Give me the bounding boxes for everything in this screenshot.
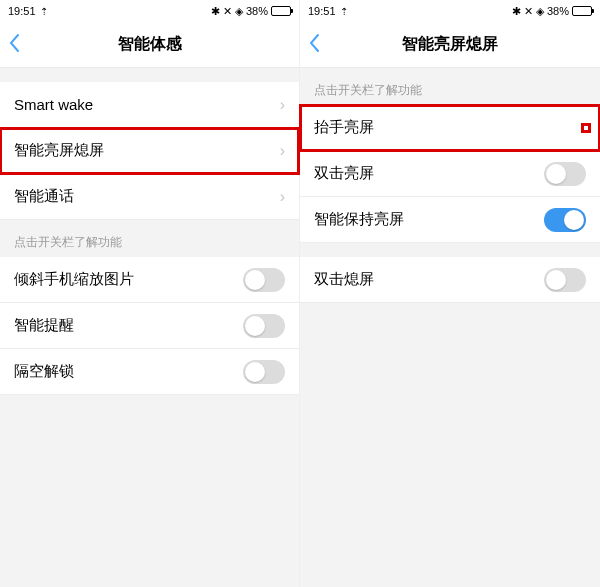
toggle-keep-screen-on[interactable]	[544, 208, 586, 232]
row-smart-screen[interactable]: 智能亮屏熄屏 ›	[0, 128, 299, 174]
battery-text: 38%	[246, 5, 268, 17]
status-bar: 19:51 ⇡ ✱ ✕ ◈ 38%	[0, 0, 299, 22]
upload-icon: ⇡	[40, 6, 48, 17]
row-label: Smart wake	[14, 96, 280, 113]
chevron-left-icon	[8, 33, 20, 53]
back-button[interactable]	[8, 33, 20, 56]
row-label: 智能提醒	[14, 316, 243, 335]
battery-icon	[572, 6, 592, 16]
chevron-right-icon: ›	[280, 142, 285, 160]
status-time: 19:51	[8, 5, 36, 17]
row-label: 智能通话	[14, 187, 280, 206]
wifi-icon: ◈	[536, 5, 544, 18]
chevron-left-icon	[308, 33, 320, 53]
row-smart-remind[interactable]: 智能提醒	[0, 303, 299, 349]
silent-icon: ✕	[223, 5, 232, 18]
row-smart-call[interactable]: 智能通话 ›	[0, 174, 299, 220]
battery-text: 38%	[547, 5, 569, 17]
row-double-tap-wake[interactable]: 双击亮屏	[300, 151, 600, 197]
wifi-icon: ◈	[235, 5, 243, 18]
row-label: 智能保持亮屏	[314, 210, 544, 229]
back-button[interactable]	[308, 33, 320, 56]
chevron-right-icon: ›	[280, 188, 285, 206]
battery-icon	[271, 6, 291, 16]
upload-icon: ⇡	[340, 6, 348, 17]
row-label: 智能亮屏熄屏	[14, 141, 280, 160]
section-hint: 点击开关栏了解功能	[0, 220, 299, 257]
row-smart-wake[interactable]: Smart wake ›	[0, 82, 299, 128]
row-label: 抬手亮屏	[314, 118, 586, 137]
toggle-air-unlock[interactable]	[243, 360, 285, 384]
row-label: 隔空解锁	[14, 362, 243, 381]
nav-header: 智能亮屏熄屏	[300, 22, 600, 68]
page-title: 智能体感	[0, 34, 299, 55]
toggle-double-tap-sleep[interactable]	[544, 268, 586, 292]
bluetooth-icon: ✱	[512, 5, 521, 18]
nav-header: 智能体感	[0, 22, 299, 68]
toggle-tilt-zoom[interactable]	[243, 268, 285, 292]
status-time: 19:51	[308, 5, 336, 17]
row-tilt-zoom[interactable]: 倾斜手机缩放图片	[0, 257, 299, 303]
phone-left: 19:51 ⇡ ✱ ✕ ◈ 38% 智能体感 Smart wake ›	[0, 0, 300, 587]
chevron-right-icon: ›	[280, 96, 285, 114]
toggle-smart-remind[interactable]	[243, 314, 285, 338]
row-keep-screen-on[interactable]: 智能保持亮屏	[300, 197, 600, 243]
row-label: 双击亮屏	[314, 164, 544, 183]
row-raise-to-wake[interactable]: 抬手亮屏	[300, 105, 600, 151]
section-hint: 点击开关栏了解功能	[300, 68, 600, 105]
row-label: 双击熄屏	[314, 270, 544, 289]
status-bar: 19:51 ⇡ ✱ ✕ ◈ 38%	[300, 0, 600, 22]
row-label: 倾斜手机缩放图片	[14, 270, 243, 289]
bluetooth-icon: ✱	[211, 5, 220, 18]
silent-icon: ✕	[524, 5, 533, 18]
toggle-double-tap-wake[interactable]	[544, 162, 586, 186]
page-title: 智能亮屏熄屏	[300, 34, 600, 55]
phone-right: 19:51 ⇡ ✱ ✕ ◈ 38% 智能亮屏熄屏 点击开关栏了解功能 抬手亮屏	[300, 0, 600, 587]
row-air-unlock[interactable]: 隔空解锁	[0, 349, 299, 395]
row-double-tap-sleep[interactable]: 双击熄屏	[300, 257, 600, 303]
